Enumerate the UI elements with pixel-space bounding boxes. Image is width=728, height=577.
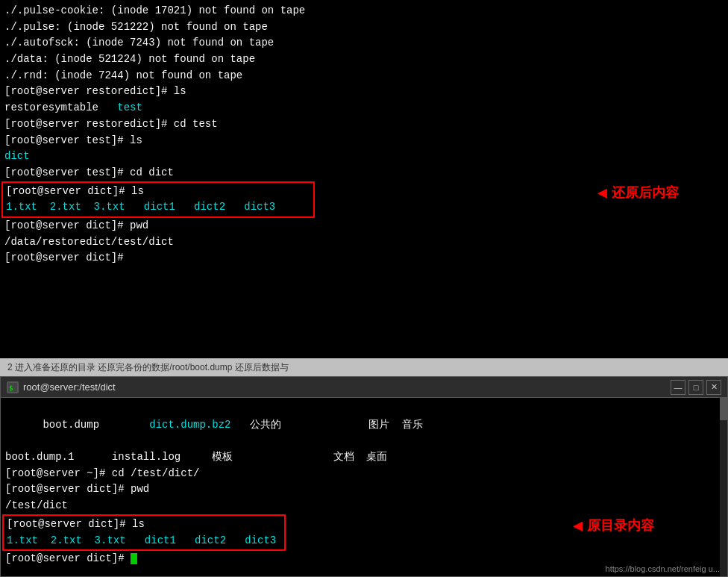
- separator-bar: 2 进入准备还原的目录 还原完各份的数据/root/boot.dump 还原后数…: [0, 358, 728, 376]
- bottom-line-1: boot.dump dict.dump.bz2 公共的 图片 音乐: [5, 401, 723, 449]
- line-1: ./.pulse-cookie: (inode 17021) not found…: [4, 3, 724, 19]
- bottom-window: $ root@server:/test/dict — □ ✕ boot.dump…: [0, 376, 728, 577]
- scrollbar[interactable]: [720, 398, 727, 576]
- test-text: test: [117, 102, 142, 113]
- restoresymtable-text: restoresymtable: [4, 102, 117, 113]
- line-15: [root@server dict]#: [4, 250, 724, 266]
- top-terminal: ./.pulse-cookie: (inode 17021) not found…: [0, 0, 728, 358]
- ls-result-line: 1.txt 2.txt 3.txt dict1 dict2 dict3: [6, 199, 310, 216]
- csdn-url: https://blog.csdn.net/renfeig u...: [606, 564, 720, 573]
- line-11: [root@server test]# cd dict: [4, 165, 724, 181]
- line-10: dict: [4, 149, 724, 165]
- terminal-svg-icon: $: [8, 383, 17, 392]
- window-title: root@server:/test/dict: [23, 381, 671, 393]
- line-14: /data/restoredict/test/dict: [4, 234, 724, 251]
- titlebar-controls[interactable]: — □ ✕: [671, 380, 721, 395]
- bottom-line-4: [root@server dict]# pwd: [5, 481, 723, 498]
- bottom-annotation-text: 原目录内容: [587, 517, 654, 534]
- bottom-line-3: [root@server ~]# cd /test/dict/: [5, 466, 723, 482]
- top-annotation-text: 还原后内容: [612, 184, 679, 202]
- terminal-icon: $: [7, 381, 19, 393]
- line-2: ./.pulse: (inode 521222) not found on ta…: [4, 19, 724, 36]
- bottom-annotation: ◀ 原目录内容: [573, 516, 654, 536]
- bottom-highlight-box: [root@server dict]# ls 1.txt 2.txt 3.txt…: [2, 514, 286, 551]
- line-3: ./.autofsck: (inode 7243) not found on t…: [4, 35, 724, 52]
- line-13: [root@server dict]# pwd: [4, 218, 724, 234]
- window-titlebar: $ root@server:/test/dict — □ ✕: [1, 377, 727, 398]
- line-5: ./.rnd: (inode 7244) not found on tape: [4, 68, 724, 84]
- boot-dump-text: boot.dump: [43, 419, 149, 431]
- bottom-line-2: boot.dump.1 install.log 模板 文档 桌面: [5, 449, 723, 466]
- line-7: restoresymtable test: [4, 100, 724, 116]
- ls-highlight-block: [root@server dict]# ls 1.txt 2.txt 3.txt…: [4, 181, 724, 218]
- svg-text:$: $: [9, 384, 13, 392]
- bottom-line-5: /test/dict: [5, 498, 723, 514]
- highlight-box: [root@server dict]# ls 1.txt 2.txt 3.txt…: [1, 181, 315, 218]
- maximize-button[interactable]: □: [688, 380, 703, 395]
- minimize-button[interactable]: —: [671, 380, 685, 395]
- ls-command-line: [root@server dict]# ls: [6, 184, 310, 200]
- window-content: boot.dump dict.dump.bz2 公共的 图片 音乐 boot.d…: [1, 398, 727, 576]
- cursor-block: [131, 553, 137, 564]
- line-9: [root@server test]# ls: [4, 133, 724, 149]
- close-button[interactable]: ✕: [706, 380, 721, 395]
- dict-dump-bz2-text: dict.dump.bz2: [149, 419, 230, 431]
- line-6: [root@server restoredict]# ls: [4, 84, 724, 100]
- line-8: [root@server restoredict]# cd test: [4, 116, 724, 133]
- separator-text: 2 进入准备还原的目录 还原完各份的数据/root/boot.dump 还原后数…: [7, 361, 289, 374]
- bottom-ls-highlight-block: [root@server dict]# ls 1.txt 2.txt 3.txt…: [5, 514, 714, 551]
- line-4: ./data: (inode 521224) not found on tape: [4, 52, 724, 68]
- scrollbar-thumb[interactable]: [720, 398, 727, 420]
- gong-gong-de-text: 公共的 图片 音乐: [230, 419, 423, 431]
- bottom-left-arrow-icon: ◀: [573, 516, 583, 536]
- top-annotation: ◀ 还原后内容: [597, 183, 679, 203]
- left-arrow-icon: ◀: [597, 183, 607, 203]
- bottom-ls-result: 1.txt 2.txt 3.txt dict1 dict2 dict3: [7, 533, 281, 549]
- bottom-ls-command: [root@server dict]# ls: [7, 517, 281, 533]
